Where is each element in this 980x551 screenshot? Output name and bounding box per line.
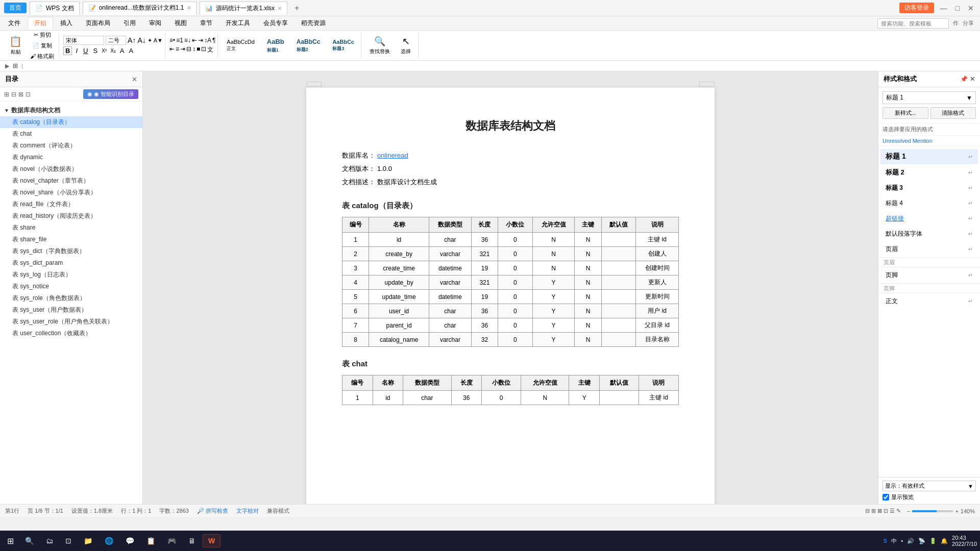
sidebar-tool-2[interactable]: ⊟: [11, 91, 16, 98]
format-item-h2[interactable]: 标题 2 ↵: [880, 165, 978, 180]
taskbar-search[interactable]: 🔍: [20, 535, 39, 547]
font-name-input[interactable]: [63, 36, 104, 45]
sidebar-item-comment[interactable]: 表 comment（评论表）: [0, 140, 142, 152]
taskbar-clipboard[interactable]: 📋: [141, 535, 160, 547]
underline-button[interactable]: U: [81, 46, 90, 55]
ribbon-tab-insert[interactable]: 插入: [54, 17, 79, 29]
sidebar-item-novel-chapter[interactable]: 表 novel_chapter（章节表）: [0, 175, 142, 187]
bold-button[interactable]: B: [63, 46, 72, 55]
multi-level-list-btn[interactable]: ≡↓: [184, 37, 191, 44]
pin-btn[interactable]: 📌: [960, 76, 968, 83]
collab-btn[interactable]: 作: [953, 19, 959, 27]
decrease-font-btn[interactable]: A↓: [137, 36, 145, 44]
zoom-out-btn[interactable]: −: [907, 508, 910, 514]
sys-tray-network[interactable]: 📡: [918, 538, 925, 544]
taskbar-green-app[interactable]: 💬: [120, 535, 139, 547]
tab-excel1-close[interactable]: ✕: [278, 6, 282, 11]
format-item-h3[interactable]: 标题 3 ↵: [880, 181, 978, 195]
sidebar-tool-3[interactable]: ⊠: [18, 91, 23, 98]
ribbon-tab-start[interactable]: 开始: [28, 17, 53, 30]
status-spell[interactable]: 🔎 拼写检查: [197, 507, 228, 515]
font-size-input[interactable]: [106, 36, 126, 45]
format-item-h1[interactable]: 标题 1 ↵: [880, 149, 978, 164]
increase-indent-btn[interactable]: ⇥: [198, 37, 203, 44]
maximize-button[interactable]: □: [953, 4, 962, 12]
zoom-in-btn[interactable]: +: [955, 508, 958, 514]
ribbon-tab-shell[interactable]: 稻壳资源: [295, 17, 332, 29]
style-normal[interactable]: AaBbCcDd正文: [222, 37, 259, 54]
format-item-page-header[interactable]: 页眉 ↵: [880, 242, 978, 257]
chinese-layout-btn[interactable]: 文: [207, 45, 213, 54]
format-painter-button[interactable]: 🖌 格式刷: [28, 52, 57, 61]
sidebar-item-sys-user[interactable]: 表 sys_user（用户数据表）: [0, 304, 142, 316]
sidebar-close-btn[interactable]: ✕: [132, 76, 137, 83]
ribbon-tab-vip[interactable]: 会员专享: [257, 17, 294, 29]
ribbon-tab-dev[interactable]: 开发工具: [219, 17, 256, 29]
search-input[interactable]: [877, 18, 949, 29]
sidebar-item-user-collection[interactable]: 表 user_collection（收藏表）: [0, 328, 142, 339]
new-style-button[interactable]: 新样式...: [883, 107, 928, 119]
superscript-button[interactable]: X²: [101, 48, 108, 54]
taskbar-game[interactable]: 🎮: [162, 535, 181, 547]
sidebar-item-sys-log[interactable]: 表 sys_log（日志表）: [0, 269, 142, 281]
strikethrough-button[interactable]: S: [91, 47, 99, 55]
home-button[interactable]: 首页: [4, 3, 27, 13]
format-item-link[interactable]: 超链接 ↵: [880, 211, 978, 226]
taskbar-folder[interactable]: 📁: [79, 535, 97, 547]
format-dropdown[interactable]: 标题 1 ▼: [883, 91, 976, 104]
list-unordered-btn[interactable]: ≡•: [169, 37, 175, 44]
font-color-btn2[interactable]: A: [127, 47, 135, 55]
show-valid-select[interactable]: 显示：有效样式 ▼: [883, 481, 976, 491]
doc-page[interactable]: 数据库表结构文档 数据库名： onlineread 文档版本： 1.0.0 文档…: [306, 88, 715, 504]
tab-excel1[interactable]: 📊 源码统计一览表1.xlsx ✕: [200, 2, 287, 15]
border-btn[interactable]: ⊡: [201, 45, 206, 54]
style-h2[interactable]: AaBbCc标题2: [292, 37, 325, 55]
style-h1[interactable]: AaBb标题1: [262, 36, 289, 55]
format-item-default-para[interactable]: 默认段落字体 ↵: [880, 227, 978, 241]
font-color-btn[interactable]: A▼: [154, 37, 163, 43]
minimize-button[interactable]: —: [938, 4, 949, 12]
taskbar-screen[interactable]: 🖥: [183, 535, 201, 547]
sidebar-item-read-file[interactable]: 表 read_file（文件表）: [0, 198, 142, 210]
sidebar-section-header[interactable]: ▼ 数据库表结构文档: [0, 105, 142, 116]
align-center-btn[interactable]: ≡: [176, 45, 179, 54]
sidebar-item-sys-role[interactable]: 表 sys_role（角色数据表）: [0, 292, 142, 304]
subscript-button[interactable]: X₂: [109, 48, 117, 54]
taskbar-start-btn[interactable]: ⊞: [3, 534, 18, 548]
select-button[interactable]: ↖ 选择: [396, 35, 416, 56]
ribbon-tab-review[interactable]: 审阅: [143, 17, 167, 29]
user-login-button[interactable]: 访客登录: [899, 3, 934, 13]
sidebar-item-novel[interactable]: 表 novel（小说数据表）: [0, 163, 142, 175]
sidebar-item-share[interactable]: 表 share: [0, 222, 142, 234]
sidebar-item-catalog[interactable]: 表 catalog（目录表）: [0, 116, 142, 128]
new-tab-button[interactable]: +: [290, 4, 303, 13]
format-item-page-footer[interactable]: 页脚 ↵: [880, 268, 978, 283]
status-compat[interactable]: 兼容模式: [267, 507, 289, 515]
tab-doc1-close[interactable]: ✕: [187, 5, 191, 11]
para-marks-btn[interactable]: ¶: [212, 37, 215, 44]
sidebar-item-novel-share[interactable]: 表 novel_share（小说分享表）: [0, 187, 142, 198]
paste-button[interactable]: 📋 粘贴: [5, 34, 26, 57]
preview-checkbox-input[interactable]: [883, 494, 889, 500]
taskbar-wps[interactable]: W: [203, 534, 220, 547]
sidebar-item-share-file[interactable]: 表 share_file: [0, 234, 142, 245]
sidebar-tool-1[interactable]: ⊞: [4, 91, 9, 98]
italic-button[interactable]: I: [74, 46, 80, 55]
list-ordered-btn[interactable]: ≡1: [176, 37, 183, 44]
decrease-indent-btn[interactable]: ⇤: [192, 37, 197, 44]
highlight-button[interactable]: A: [118, 47, 126, 55]
tab-wps[interactable]: 📄 WPS 文档: [30, 2, 80, 15]
format-item-body[interactable]: 正文 ↵: [880, 294, 978, 309]
ribbon-tab-file[interactable]: 文件: [2, 17, 27, 29]
sidebar-item-sys-notice[interactable]: 表 sys_notice: [0, 281, 142, 292]
cut-button[interactable]: ✂ 剪切: [28, 31, 57, 40]
sidebar-tool-4[interactable]: ⊡: [26, 91, 31, 98]
style-h3[interactable]: AaBbCc标题3: [328, 37, 359, 54]
close-button[interactable]: ✕: [966, 4, 976, 12]
taskbar-files[interactable]: 🗂: [41, 535, 58, 547]
taskbar-store[interactable]: ⊡: [60, 535, 77, 547]
find-replace-button[interactable]: 🔍 查找替换: [365, 35, 394, 56]
sort-btn[interactable]: ↕A: [204, 37, 211, 44]
share-btn[interactable]: 分享: [963, 19, 974, 27]
sidebar-item-read-history[interactable]: 表 read_history（阅读历史表）: [0, 210, 142, 222]
